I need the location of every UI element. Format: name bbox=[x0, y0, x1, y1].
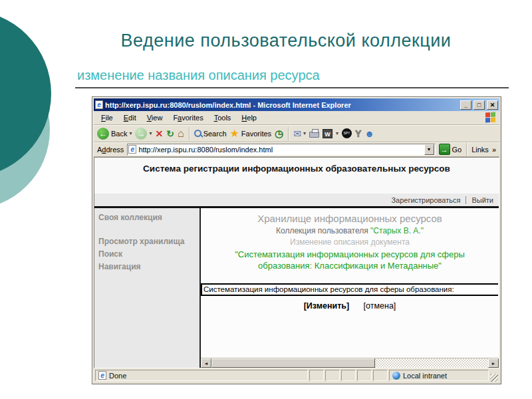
back-button[interactable]: ← Back ▾ bbox=[97, 128, 132, 140]
links-chevron-icon[interactable]: » bbox=[492, 146, 496, 154]
links-label[interactable]: Links bbox=[471, 146, 489, 154]
menu-item[interactable]: Tools bbox=[209, 112, 236, 123]
menu-bar: File Edit View Favorites Tools Help bbox=[94, 111, 499, 125]
address-url[interactable]: http://xerp.ispu.ru:8080/ruslom/index.ht… bbox=[138, 146, 422, 154]
edit-word-icon[interactable]: W bbox=[323, 129, 332, 138]
page-ie-icon: e bbox=[128, 145, 136, 154]
register-link[interactable]: Зарегистрироваться bbox=[391, 196, 460, 204]
favorites-button[interactable]: ★ Favorites bbox=[230, 127, 272, 140]
menu-item[interactable]: View bbox=[142, 112, 168, 123]
spy-icon[interactable]: SPY bbox=[342, 128, 352, 138]
address-dropdown-icon[interactable]: ▼ bbox=[424, 144, 434, 155]
toolbar-separator bbox=[189, 127, 190, 140]
status-ie-icon: e bbox=[98, 371, 106, 380]
sidebar-item[interactable]: Просмотр хранилища bbox=[98, 237, 196, 246]
form-buttons: [Изменить] [отмена] bbox=[201, 301, 499, 311]
favorites-star-icon: ★ bbox=[230, 127, 239, 140]
intranet-globe-icon bbox=[392, 372, 400, 380]
back-dropdown-icon[interactable]: ▾ bbox=[129, 130, 132, 136]
address-label: Address bbox=[97, 146, 124, 154]
scrollbar-track[interactable] bbox=[375, 358, 488, 368]
search-icon bbox=[194, 130, 201, 137]
status-zone-pane: Local intranet bbox=[389, 370, 489, 381]
slide-subtitle: изменение названия описания ресурса bbox=[77, 68, 320, 83]
scroll-right-icon[interactable]: ► bbox=[488, 358, 499, 368]
sidebar-item[interactable]: Навигация bbox=[98, 262, 196, 271]
page-viewport: Система регистрации информационных образ… bbox=[94, 157, 499, 368]
menu-item[interactable]: Help bbox=[237, 112, 261, 123]
presentation-slide: Ведение пользовательской коллекции измен… bbox=[0, 0, 532, 399]
forward-dropdown-icon[interactable]: ▾ bbox=[149, 130, 152, 136]
toolbar-separator bbox=[288, 127, 289, 140]
document-title: "Систематизация информационных ресурсов … bbox=[219, 249, 481, 272]
edit-dropdown-icon[interactable]: ▾ bbox=[336, 130, 338, 136]
window-titlebar[interactable]: e http://xerp.ispu.ru:8080/ruslom/index.… bbox=[94, 98, 499, 111]
addressbar-separator bbox=[466, 143, 467, 156]
browser-window: e http://xerp.ispu.ru:8080/ruslom/index.… bbox=[92, 96, 501, 384]
collection-line: Коллекция пользователя "Старых В. А." bbox=[201, 226, 499, 235]
page-header-title: Система регистрации информационных образ… bbox=[94, 158, 499, 194]
login-row: Зарегистрироваться Выйти bbox=[94, 194, 499, 206]
forward-button[interactable]: → ▾ bbox=[135, 128, 152, 140]
favorites-label: Favorites bbox=[241, 130, 271, 138]
menu-item[interactable]: Favorites bbox=[168, 112, 207, 123]
subtitle-underline bbox=[75, 87, 509, 88]
back-icon: ← bbox=[97, 128, 109, 140]
status-pane bbox=[373, 370, 388, 381]
go-button[interactable]: → Go bbox=[439, 144, 462, 155]
status-pane bbox=[357, 370, 372, 381]
back-label: Back bbox=[111, 130, 127, 138]
status-done-pane: e Done bbox=[95, 370, 308, 381]
title-input[interactable] bbox=[201, 283, 498, 296]
status-pane bbox=[309, 370, 324, 381]
scrollbar-thumb[interactable] bbox=[211, 358, 375, 368]
print-icon[interactable] bbox=[309, 132, 319, 138]
page-body: Своя коллекция Просмотр хранилища Поиск … bbox=[94, 208, 499, 368]
forward-icon: → bbox=[135, 128, 147, 140]
scroll-left-icon[interactable]: ◄ bbox=[201, 358, 211, 368]
logout-link[interactable]: Выйти bbox=[471, 196, 493, 204]
horizontal-scrollbar[interactable]: ◄ ► bbox=[201, 358, 499, 368]
close-button[interactable]: ✕ bbox=[487, 100, 498, 110]
collection-user: "Старых В. А." bbox=[370, 226, 424, 235]
home-icon[interactable]: ⌂ bbox=[178, 129, 184, 138]
action-line: Изменение описания документа bbox=[201, 237, 499, 247]
edit-button[interactable]: [Изменить] bbox=[304, 301, 349, 311]
windows-logo-icon bbox=[485, 112, 497, 123]
status-done-text: Done bbox=[109, 372, 126, 380]
menu-item[interactable]: File bbox=[96, 112, 118, 123]
go-label: Go bbox=[452, 146, 462, 154]
refresh-icon[interactable]: ↻ bbox=[166, 129, 174, 138]
filter-icon[interactable]: Y bbox=[355, 128, 361, 139]
search-button[interactable]: Search bbox=[194, 130, 227, 138]
store-title: Хранилище информационных ресурсов bbox=[201, 213, 499, 224]
edit-form: [Изменить] [отмена] bbox=[201, 283, 499, 311]
toolbar: ← Back ▾ → ▾ ✕ ↻ ⌂ Search ★ Favorites ◷ bbox=[94, 125, 499, 142]
sidebar-nav: Своя коллекция Просмотр хранилища Поиск … bbox=[94, 208, 201, 368]
history-icon[interactable]: ◷ bbox=[275, 128, 283, 140]
address-input[interactable]: e http://xerp.ispu.ru:8080/ruslom/index.… bbox=[127, 144, 435, 156]
maximize-button[interactable]: □ bbox=[473, 100, 485, 110]
mail-button[interactable]: ✉ ▾ bbox=[293, 128, 306, 139]
sidebar-item[interactable]: Своя коллекция bbox=[98, 213, 196, 222]
collection-prefix: Коллекция пользователя bbox=[276, 226, 370, 235]
mail-icon: ✉ bbox=[293, 128, 301, 139]
mail-dropdown-icon[interactable]: ▾ bbox=[303, 130, 306, 136]
cancel-button[interactable]: [отмена] bbox=[364, 301, 396, 311]
search-label: Search bbox=[203, 130, 227, 138]
status-zone-text: Local intranet bbox=[403, 372, 447, 380]
window-title: http://xerp.ispu.ru:8080/ruslom/index.ht… bbox=[105, 101, 458, 109]
minimize-button[interactable]: _ bbox=[460, 100, 471, 110]
ie-icon: e bbox=[95, 100, 103, 109]
main-content: Хранилище информационных ресурсов Коллек… bbox=[201, 208, 499, 368]
address-bar: Address e http://xerp.ispu.ru:8080/ruslo… bbox=[94, 142, 499, 157]
slide-title: Ведение пользовательской коллекции bbox=[66, 31, 505, 51]
stop-icon[interactable]: ✕ bbox=[156, 129, 164, 138]
login-separator bbox=[466, 196, 466, 204]
status-bar: e Done Local intranet bbox=[94, 368, 499, 382]
messenger-icon[interactable]: ☻ bbox=[364, 128, 374, 139]
sidebar-item[interactable]: Поиск bbox=[98, 249, 196, 259]
resize-grip[interactable] bbox=[490, 374, 498, 382]
menu-item[interactable]: Edit bbox=[119, 112, 141, 123]
go-arrow-icon: → bbox=[439, 144, 450, 155]
